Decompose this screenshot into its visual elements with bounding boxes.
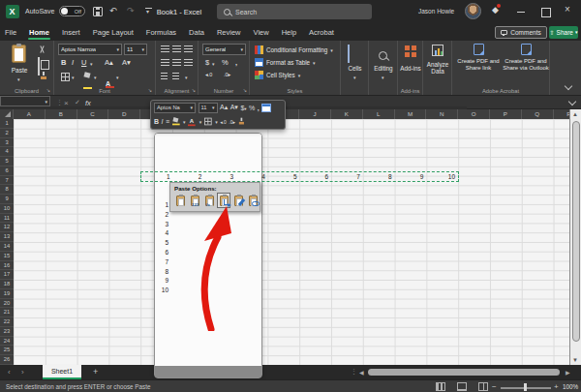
clipboard-dialog-launcher-icon[interactable]: ↘ xyxy=(46,87,50,93)
row-header-11[interactable]: 11 xyxy=(0,214,14,224)
mini-format-table-icon[interactable] xyxy=(261,104,271,112)
tab-home[interactable]: Home xyxy=(28,26,50,39)
tab-help[interactable]: Help xyxy=(281,26,297,39)
comma-style-icon[interactable]: , xyxy=(235,58,237,67)
underline-dropdown-icon[interactable]: ▾ xyxy=(90,61,93,67)
share-button[interactable]: ⇧ Share ▾ xyxy=(549,26,578,39)
mini-fill-color-icon[interactable] xyxy=(172,118,180,126)
new-sheet-icon[interactable]: + xyxy=(93,367,98,377)
borders-icon[interactable] xyxy=(61,73,70,81)
pasted-column[interactable]: 12345678910 xyxy=(140,200,168,297)
acrobat-button-2[interactable]: Create PDF and Share via Outlook xyxy=(503,44,549,72)
accounting-format-icon[interactable]: $ xyxy=(205,58,209,67)
minimize-button[interactable] xyxy=(516,7,526,16)
decrease-decimal-icon[interactable]: .0▸ xyxy=(224,72,230,77)
row-header-25[interactable]: 25 xyxy=(0,346,14,355)
row-header-17[interactable]: 17 xyxy=(0,270,14,280)
cells-group[interactable]: Cells ▾ xyxy=(341,41,369,95)
mini-font-size-select[interactable]: 11 ▾ xyxy=(199,103,218,113)
row-header-18[interactable]: 18 xyxy=(0,280,14,289)
comments-button[interactable]: Comments xyxy=(495,26,547,39)
acrobat-button-1[interactable]: Create PDF and Share link xyxy=(455,44,502,72)
align-bottom-icon[interactable] xyxy=(184,45,193,52)
mini-font-color-icon[interactable]: A xyxy=(188,118,196,126)
column-header-D[interactable]: D xyxy=(108,109,140,119)
page-break-view-icon[interactable] xyxy=(478,382,488,391)
row-header-19[interactable]: 19 xyxy=(0,289,14,299)
tab-page-layout[interactable]: Page Layout xyxy=(92,26,135,39)
align-right-icon[interactable] xyxy=(184,59,193,66)
cancel-entry-icon[interactable]: × xyxy=(64,99,69,107)
zoom-out-icon[interactable]: − xyxy=(492,382,497,391)
row-header-10[interactable]: 10 xyxy=(0,204,14,214)
font-dialog-launcher-icon[interactable]: ↘ xyxy=(148,87,152,93)
column-header-K[interactable]: K xyxy=(331,109,363,119)
row-header-20[interactable]: 20 xyxy=(0,299,14,309)
italic-button[interactable]: I xyxy=(72,58,74,67)
decrease-indent-icon[interactable] xyxy=(161,73,168,79)
row-header-5[interactable]: 5 xyxy=(0,157,14,166)
mini-borders-dropdown-icon[interactable]: ▾ xyxy=(215,119,218,125)
row-header-4[interactable]: 4 xyxy=(0,147,14,157)
styles-item-conditional-formatting[interactable]: Conditional Formatting▾ xyxy=(255,44,333,56)
column-header-Q[interactable]: Q xyxy=(522,109,554,119)
tab-data[interactable]: Data xyxy=(188,26,205,39)
mini-comma-icon[interactable]: , xyxy=(258,105,260,111)
horizontal-scroll-thumb[interactable] xyxy=(368,369,560,376)
mini-borders-icon[interactable] xyxy=(204,118,212,126)
font-name-select[interactable]: Aptos Narrow ▾ xyxy=(58,44,122,55)
styles-item-format-as-table[interactable]: Format as Table▾ xyxy=(255,56,333,69)
orientation-dropdown-icon[interactable]: ▾ xyxy=(185,75,188,80)
column-header-A[interactable]: A xyxy=(14,109,46,119)
number-format-select[interactable]: General ▾ xyxy=(202,44,246,55)
mini-format-painter-icon[interactable] xyxy=(238,118,245,126)
percent-style-icon[interactable]: % xyxy=(222,58,229,67)
font-size-select[interactable]: 11 ▾ xyxy=(124,44,147,55)
column-header-M[interactable]: M xyxy=(395,109,427,119)
autosave-toggle[interactable]: Off xyxy=(59,6,85,16)
avatar[interactable] xyxy=(465,3,481,19)
confirm-entry-icon[interactable]: ✓ xyxy=(75,99,80,106)
mini-font-color-dropdown-icon[interactable]: ▾ xyxy=(199,119,202,125)
scroll-down-icon[interactable]: ▼ xyxy=(572,357,578,363)
tab-review[interactable]: Review xyxy=(216,26,242,39)
align-left-icon[interactable] xyxy=(161,59,169,66)
scrollbar-resize-handle[interactable]: ⋮ xyxy=(351,368,357,376)
column-header-P[interactable]: P xyxy=(490,109,522,119)
save-icon[interactable] xyxy=(93,7,103,16)
increase-indent-icon[interactable] xyxy=(172,73,179,79)
mini-fill-dropdown-icon[interactable]: ▾ xyxy=(183,119,186,125)
row-header-22[interactable]: 22 xyxy=(0,317,14,327)
mini-bold-button[interactable]: B xyxy=(154,118,159,125)
paste-option-paste-link[interactable] xyxy=(246,193,260,208)
row-header-1[interactable]: 1 xyxy=(0,119,14,129)
analyze-data-group[interactable]: Analyze Data xyxy=(423,41,452,95)
row-header-21[interactable]: 21 xyxy=(0,308,14,317)
row-header-8[interactable]: 8 xyxy=(0,185,14,195)
row-header-3[interactable]: 3 xyxy=(0,138,14,148)
mini-shrink-font-icon[interactable]: A▾ xyxy=(230,104,238,111)
row-header-15[interactable]: 15 xyxy=(0,252,14,261)
row-header-23[interactable]: 23 xyxy=(0,327,14,337)
normal-view-icon[interactable] xyxy=(436,382,445,391)
grid-cells[interactable] xyxy=(14,119,569,365)
accounting-dropdown-icon[interactable]: ▾ xyxy=(212,61,215,67)
mini-increase-decimal-icon[interactable]: ◂.0 xyxy=(220,119,227,125)
column-header-C[interactable]: C xyxy=(77,109,109,119)
addins-group[interactable]: Add-ins Add-ins xyxy=(398,41,423,95)
mini-align-icon[interactable]: ≡ xyxy=(166,118,169,125)
hscroll-right-icon[interactable]: ▶ xyxy=(566,369,570,376)
mini-font-name-select[interactable]: Aptos Na ▾ xyxy=(154,103,196,113)
row-header-26[interactable]: 26 xyxy=(0,355,14,365)
align-top-icon[interactable] xyxy=(161,45,169,52)
column-header-N[interactable]: N xyxy=(426,109,458,119)
increase-decimal-icon[interactable]: ◂.0 xyxy=(205,72,212,77)
styles-item-cell-styles[interactable]: Cell Styles▾ xyxy=(255,69,333,81)
fill-color-dropdown-icon[interactable]: ▾ xyxy=(94,75,97,80)
alignment-dialog-launcher-icon[interactable]: ↘ xyxy=(192,87,196,93)
column-header-B[interactable]: B xyxy=(46,109,77,119)
sheet-tab[interactable]: Sheet1 xyxy=(43,365,81,379)
row-header-12[interactable]: 12 xyxy=(0,223,14,232)
column-header-O[interactable]: O xyxy=(458,109,490,119)
borders-dropdown-icon[interactable]: ▾ xyxy=(72,75,75,80)
